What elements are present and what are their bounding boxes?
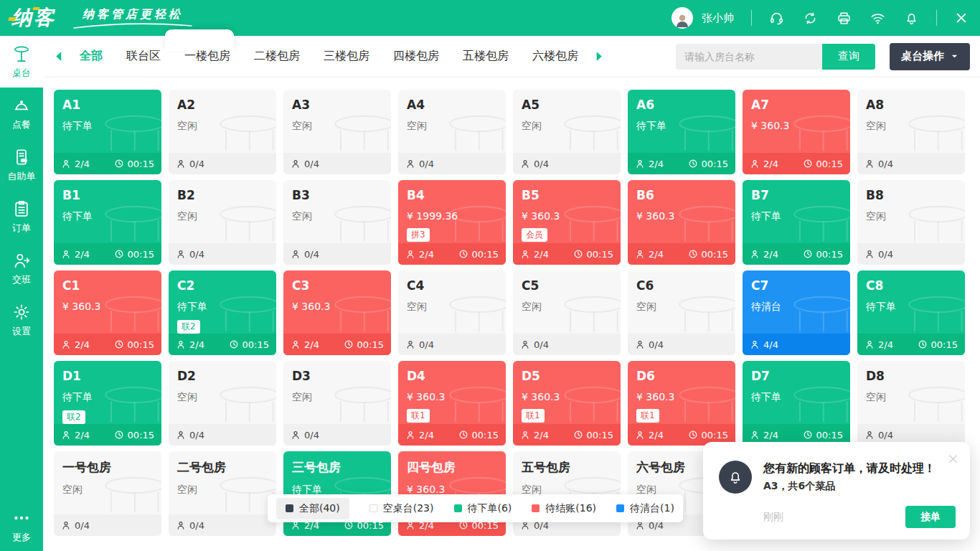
wifi-icon[interactable]: [870, 11, 885, 26]
table-card-A4[interactable]: A4空闲0/4: [398, 90, 506, 174]
table-card-B1[interactable]: B1待下单2/400:15: [54, 180, 161, 265]
table-card-C7[interactable]: C7待清台4/4: [743, 270, 850, 355]
sidebar-item-订单[interactable]: 订单: [0, 191, 43, 242]
table-card-三号包房[interactable]: 三号包房待下单2/400:15: [283, 451, 391, 536]
table-timer: 00:15: [803, 159, 843, 169]
table-card-footer: 2/400:15: [398, 424, 506, 446]
sidebar-item-自助单[interactable]: 自助单: [0, 139, 43, 191]
table-card-D2[interactable]: D2空闲0/4: [169, 361, 276, 446]
table-status: 待清台: [751, 301, 842, 314]
table-card-C2[interactable]: C2待下单联22/400:15: [169, 270, 276, 355]
sidebar-item-more[interactable]: 更多: [0, 505, 43, 547]
sidebar-item-点餐[interactable]: 点餐: [0, 88, 43, 139]
legend-swatch: [369, 504, 377, 512]
table-status: 待下单: [866, 301, 956, 314]
table-card-C5[interactable]: C5空闲0/4: [513, 270, 621, 355]
table-status: 空闲: [866, 120, 956, 133]
table-card-D1[interactable]: D1待下单联22/400:15: [54, 361, 161, 446]
nav-scroll-right-icon[interactable]: [593, 50, 605, 62]
table-card-D6[interactable]: D6¥ 360.3联12/400:15: [628, 361, 735, 446]
table-card-C6[interactable]: C6空闲0/4: [628, 270, 735, 355]
table-status: 待下单: [62, 120, 153, 133]
table-card-B6[interactable]: B6¥ 360.32/400:15: [628, 180, 735, 265]
table-card-A6[interactable]: A6待下单2/400:15: [628, 90, 735, 174]
search-button[interactable]: 查询: [822, 44, 875, 70]
table-name: C5: [522, 278, 612, 293]
legend-item-待结账(16)[interactable]: 待结账(16): [532, 502, 596, 515]
table-card-D3[interactable]: D3空闲0/4: [283, 361, 391, 446]
table-card-C4[interactable]: C4空闲0/4: [398, 270, 506, 355]
table-card-C8[interactable]: C8待下单2/400:15: [857, 270, 965, 355]
table-card-B3[interactable]: B3空闲0/4: [283, 180, 391, 265]
brand-slogan-wrap: 纳客管店更轻松: [72, 7, 194, 29]
tab-三楼包房[interactable]: 三楼包房: [324, 49, 369, 64]
accept-order-button[interactable]: 接单: [905, 506, 956, 528]
tab-联台区[interactable]: 联台区: [126, 49, 161, 64]
sidebar-item-设置[interactable]: 设置: [0, 294, 43, 346]
table-name: A7: [751, 98, 842, 112]
sidebar-item-交班[interactable]: 交班: [0, 242, 43, 294]
table-card-C1[interactable]: C1¥ 360.32/400:15: [54, 270, 161, 355]
table-name: 五号包房: [522, 459, 612, 476]
person-icon: [750, 339, 760, 349]
clock-icon: [229, 339, 239, 349]
table-card-D8[interactable]: D8空闲0/4: [857, 361, 965, 446]
table-card-A3[interactable]: A3空闲0/4: [283, 90, 391, 174]
cloud-sync-icon[interactable]: [803, 11, 818, 26]
table-card-B4[interactable]: B4¥ 1999.36拼32/400:15: [398, 180, 506, 265]
sidebar-item-桌台[interactable]: 桌台: [0, 36, 43, 88]
table-card-footer: 2/400:15: [283, 334, 391, 355]
table-card-B5[interactable]: B5¥ 360.3会员2/400:15: [513, 180, 621, 265]
tab-一楼包房[interactable]: 一楼包房: [184, 49, 230, 64]
table-card-B2[interactable]: B2空闲0/4: [169, 180, 276, 265]
avatar[interactable]: [672, 7, 693, 29]
support-headset-icon[interactable]: [769, 11, 784, 26]
person-icon: [520, 430, 530, 440]
table-card-B7[interactable]: B7待下单2/400:15: [743, 180, 850, 265]
table-status: 空闲: [292, 210, 382, 223]
table-card-四号包房[interactable]: 四号包房¥ 360.32/400:15: [398, 451, 506, 536]
table-timer: 00:15: [458, 249, 499, 260]
tab-五楼包房[interactable]: 五楼包房: [463, 49, 509, 64]
table-card-A7[interactable]: A7¥ 360.32/400:15: [743, 90, 850, 174]
nav-scroll-left-icon[interactable]: [53, 50, 65, 62]
person-icon: [750, 430, 760, 440]
tab-六楼包房[interactable]: 六楼包房: [532, 49, 578, 64]
table-card-五号包房[interactable]: 五号包房空闲0/4: [513, 451, 621, 536]
table-actions-button[interactable]: 桌台操作: [890, 43, 970, 70]
table-card-D5[interactable]: D5¥ 360.3联12/400:15: [513, 361, 621, 446]
table-card-D7[interactable]: D7待下单2/400:15: [743, 361, 850, 446]
tab-四楼包房[interactable]: 四楼包房: [393, 49, 439, 64]
person-icon: [291, 249, 301, 259]
table-card-A2[interactable]: A2空闲0/4: [169, 90, 276, 174]
tab-全部[interactable]: 全部: [80, 49, 103, 64]
table-card-A5[interactable]: A5空闲0/4: [513, 90, 621, 174]
person-icon: [291, 430, 301, 440]
table-status: 待下单: [636, 120, 727, 133]
legend-item-待清台(1)[interactable]: 待清台(1): [616, 502, 674, 515]
table-card-A1[interactable]: A1待下单2/400:15: [54, 90, 161, 174]
table-card-二号包房[interactable]: 二号包房空闲0/4: [169, 451, 276, 536]
table-card-footer: 0/4: [169, 243, 276, 265]
person-icon: [635, 249, 645, 259]
table-status: 空闲: [522, 120, 612, 133]
table-timer: 00:15: [573, 249, 613, 260]
legend-item-待下单(6)[interactable]: 待下单(6): [454, 502, 512, 515]
table-card-B8[interactable]: B8空闲0/4: [857, 180, 965, 265]
printer-icon[interactable]: [837, 11, 852, 26]
table-status: ¥ 360.3: [407, 484, 497, 495]
table-card-A8[interactable]: A8空闲0/4: [857, 90, 965, 174]
tab-二楼包房[interactable]: 二楼包房: [254, 49, 300, 64]
table-card-D4[interactable]: D4¥ 360.3联12/400:15: [398, 361, 506, 446]
cloche-icon: [12, 96, 31, 115]
toast-close-icon[interactable]: [947, 453, 959, 465]
table-card-footer: 0/4: [513, 334, 621, 355]
window-close-icon[interactable]: [954, 11, 969, 25]
legend-item-全部(40)[interactable]: 全部(40): [276, 498, 349, 519]
table-card-一号包房[interactable]: 一号包房空闲0/4: [54, 451, 161, 536]
table-card-C3[interactable]: C3¥ 360.32/400:15: [283, 270, 391, 355]
search-input[interactable]: [676, 44, 822, 70]
legend-item-空桌台(23)[interactable]: 空桌台(23): [369, 502, 434, 515]
notification-bell-icon: [719, 461, 752, 494]
bell-icon[interactable]: [904, 11, 919, 26]
